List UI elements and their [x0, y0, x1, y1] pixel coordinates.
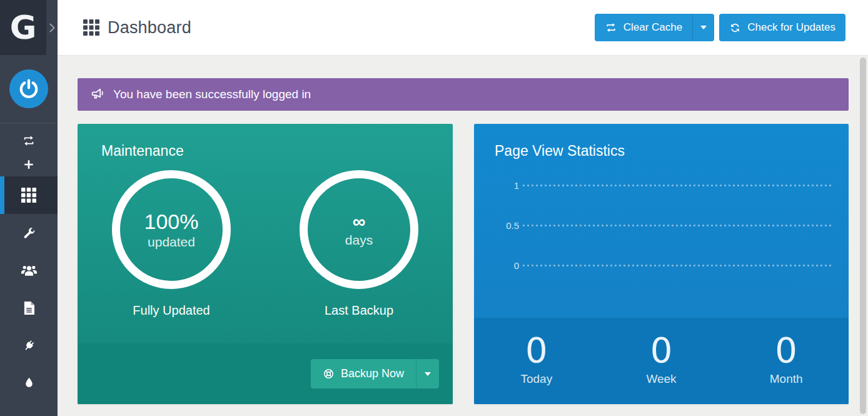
stat-today-label: Today: [520, 372, 552, 386]
maintenance-circles: 100% updated Fully Updated ∞ days Last B…: [78, 170, 453, 318]
grid-icon: [21, 188, 36, 203]
clear-cache-button[interactable]: Clear Cache: [595, 14, 693, 41]
topbar: Dashboard Clear Cache Check for Updates: [58, 0, 868, 56]
y-axis-tick: 0: [474, 260, 523, 271]
sidebar-collapse-toggle[interactable]: [46, 0, 58, 55]
check-updates-button[interactable]: Check for Updates: [719, 14, 845, 41]
active-indicator: [0, 176, 4, 214]
stat-today: 0 Today: [474, 333, 599, 404]
updated-ring: 100% updated: [112, 170, 231, 289]
statistics-footer: 0 Today 0 Week 0 Month: [474, 318, 849, 404]
stat-month-label: Month: [770, 372, 803, 386]
sidebar-item-plugins[interactable]: [0, 327, 58, 364]
updated-value: 100%: [144, 210, 199, 234]
check-updates-label: Check for Updates: [747, 21, 835, 34]
clear-cache-dropdown-toggle[interactable]: [692, 14, 714, 41]
caret-down-icon: [425, 372, 431, 376]
gridline-row: 0: [474, 260, 849, 271]
app-logo[interactable]: G: [0, 0, 46, 55]
avatar-section: [0, 55, 58, 123]
stat-today-value: 0: [525, 333, 548, 368]
backup-label: Last Backup: [325, 303, 393, 318]
header-actions: Clear Cache Check for Updates: [595, 14, 845, 41]
plug-icon: [19, 335, 39, 355]
wrench-icon: [23, 226, 36, 240]
backup-stat: ∞ days Last Backup: [265, 170, 453, 318]
sidebar-item-themes[interactable]: [0, 364, 58, 402]
sync-icon: [22, 134, 36, 148]
file-icon: [23, 301, 35, 315]
stat-month-value: 0: [775, 333, 797, 368]
sidebar-menu: [0, 176, 58, 402]
grav-logo-letter: G: [10, 11, 37, 44]
grid-icon: [83, 19, 99, 36]
backup-split-button: Backup Now: [311, 359, 439, 388]
clear-cache-split-button: Clear Cache: [595, 14, 715, 41]
gridline-row: 0.5: [474, 220, 849, 231]
maintenance-footer: Backup Now: [78, 343, 453, 404]
logo-row: G: [0, 0, 58, 55]
backup-ring: ∞ days: [300, 170, 418, 289]
stat-week-label: Week: [646, 372, 676, 386]
notification-banner: You have been successfully logged in: [78, 78, 849, 111]
y-axis-tick: 1: [474, 180, 523, 191]
main-content: You have been successfully logged in Mai…: [58, 55, 868, 416]
backup-value: ∞: [353, 211, 366, 232]
updated-caption: updated: [148, 235, 195, 250]
sidebar-item-cache[interactable]: [0, 129, 58, 153]
sidebar-quick-tray: [0, 123, 58, 176]
backup-caption: days: [345, 233, 373, 248]
updated-stat: 100% updated Fully Updated: [78, 170, 265, 318]
dotted-gridline: [523, 225, 832, 226]
sidebar-item-add[interactable]: [0, 153, 58, 176]
caret-down-icon: [700, 26, 707, 29]
stat-month: 0 Month: [724, 333, 849, 404]
y-axis-tick: 0.5: [474, 220, 523, 231]
lifering-icon: [323, 368, 335, 380]
dotted-gridline: [523, 185, 832, 186]
sidebar-item-tools[interactable]: [0, 214, 58, 251]
backup-dropdown-toggle[interactable]: [416, 359, 439, 388]
sidebar-item-pages[interactable]: [0, 289, 58, 327]
page-title: Dashboard: [83, 18, 191, 38]
notification-text: You have been successfully logged in: [113, 88, 311, 101]
plus-icon: [23, 158, 35, 171]
backup-now-label: Backup Now: [341, 367, 404, 380]
bullhorn-icon: [91, 88, 105, 101]
refresh-icon: [729, 22, 741, 34]
stat-week-value: 0: [650, 333, 673, 368]
sidebar: G: [0, 0, 58, 416]
statistics-title: Page View Statistics: [474, 124, 849, 160]
dotted-gridline: [523, 265, 832, 266]
power-icon: [18, 78, 39, 99]
clear-cache-label: Clear Cache: [623, 21, 683, 34]
drop-icon: [24, 377, 34, 390]
statistics-panel: Page View Statistics 1 0.5 0 0 Today 0 W…: [474, 124, 849, 404]
maintenance-title: Maintenance: [78, 124, 453, 160]
users-icon: [21, 264, 37, 277]
logout-power-button[interactable]: [9, 69, 48, 108]
page-title-text: Dashboard: [108, 18, 191, 38]
updated-label: Fully Updated: [133, 303, 209, 318]
chevron-right-icon: [49, 23, 55, 33]
vertical-scrollbar[interactable]: [860, 58, 866, 414]
stat-week: 0 Week: [599, 333, 724, 404]
sidebar-item-users[interactable]: [0, 251, 58, 289]
backup-now-button[interactable]: Backup Now: [311, 359, 416, 388]
sidebar-item-dashboard[interactable]: [0, 176, 58, 214]
retweet-icon: [605, 21, 617, 34]
maintenance-panel: Maintenance 100% updated Fully Updated ∞…: [78, 124, 453, 404]
gridline-row: 1: [474, 180, 849, 191]
